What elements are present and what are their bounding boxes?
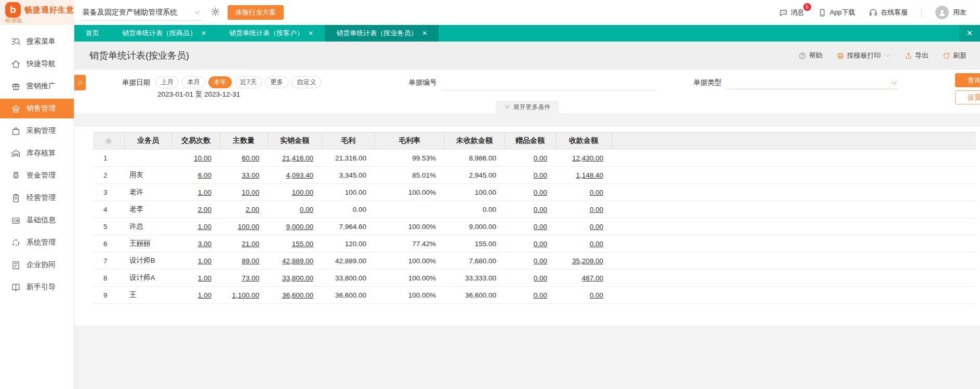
column-header[interactable]: 主数量	[220, 132, 268, 150]
drilldown-link[interactable]: 0.00	[300, 206, 313, 213]
drilldown-link[interactable]: 2.00	[246, 206, 259, 213]
column-header[interactable]: 业务员	[124, 132, 172, 150]
drilldown-link[interactable]: 1.00	[198, 291, 211, 299]
drilldown-link[interactable]: 0.00	[590, 206, 603, 213]
drilldown-link[interactable]: 100.00	[292, 189, 313, 196]
chevron-down-icon[interactable]	[885, 53, 891, 59]
drilldown-link[interactable]: 12,430.00	[572, 154, 603, 162]
cell-sales[interactable]: 4,093.40	[268, 167, 322, 184]
cell-trades[interactable]: 2.00	[172, 201, 220, 218]
cell-received[interactable]: 35,209.00	[555, 252, 612, 270]
sidebar-item-clipboard[interactable]: 经营管理	[0, 188, 74, 208]
user-menu[interactable]: 用友	[935, 6, 966, 19]
drilldown-link[interactable]: 33,800.00	[282, 274, 313, 282]
sidebar-item-search[interactable]: 搜索菜单	[0, 32, 74, 51]
online-support-button[interactable]: 在线客服	[869, 8, 908, 17]
drilldown-link[interactable]: 1.00	[198, 274, 211, 282]
drilldown-link[interactable]: 6.00	[198, 171, 211, 179]
drilldown-link[interactable]: 1.00	[198, 189, 211, 196]
sidebar-item-collab[interactable]: 企业协同	[0, 255, 74, 275]
sidebar-item-home[interactable]: 快捷导航	[0, 54, 74, 74]
cell-trades[interactable]: 1.00	[172, 252, 220, 270]
drilldown-link[interactable]: 0.00	[534, 240, 547, 248]
cell-trades[interactable]: 1.00	[172, 184, 220, 201]
cell-qty[interactable]: 2.00	[220, 201, 268, 218]
cell-sales[interactable]: 0.00	[268, 201, 322, 218]
cell-received[interactable]: 0.00	[555, 235, 612, 252]
date-range-value[interactable]: 2023-01-01 至 2023-12-31	[155, 90, 321, 99]
column-header[interactable]: 赠品金额	[505, 132, 555, 150]
sidebar-item-system[interactable]: 系统管理	[0, 233, 74, 252]
drilldown-link[interactable]: 9,000.00	[286, 223, 313, 231]
doc-type-select[interactable]	[726, 76, 898, 89]
print-by-template-button[interactable]: 按模板打印	[837, 51, 891, 60]
drilldown-link[interactable]: 42,889.00	[282, 257, 313, 265]
drilldown-link[interactable]: 0.00	[534, 274, 547, 282]
drilldown-link[interactable]: 1.00	[198, 257, 211, 265]
cell-gift[interactable]: 0.00	[505, 287, 555, 304]
cell-received[interactable]: 467.00	[555, 270, 612, 287]
tab-report-2[interactable]: 销货单统计表（按客户）✕	[218, 25, 325, 42]
cell-gift[interactable]: 0.00	[505, 252, 555, 270]
cell-gift[interactable]: 0.00	[505, 167, 555, 184]
cell-qty[interactable]: 73.00	[220, 270, 268, 287]
drilldown-link[interactable]: 0.00	[534, 171, 547, 179]
cell-sales[interactable]: 9,000.00	[268, 218, 322, 235]
drilldown-link[interactable]: 0.00	[590, 291, 603, 299]
drilldown-link[interactable]: 0.00	[590, 189, 603, 196]
drilldown-link[interactable]: 10.00	[194, 154, 211, 162]
tab-close-icon[interactable]: ✕	[422, 30, 427, 36]
cell-sales[interactable]: 42,889.00	[268, 252, 322, 270]
tab-home[interactable]: 首页	[74, 25, 111, 42]
sidebar-item-money[interactable]: 资金管理	[0, 166, 74, 185]
cell-sales[interactable]: 33,800.00	[268, 270, 322, 287]
drilldown-link[interactable]: 100.00	[238, 223, 259, 231]
help-button[interactable]: 帮助	[799, 51, 823, 60]
column-header[interactable]: 实销金额	[268, 132, 322, 150]
close-all-tabs-button[interactable]: ✕	[959, 25, 980, 42]
tab-report-3[interactable]: 销货单统计表（按业务员）✕	[325, 25, 439, 42]
drilldown-link[interactable]: 35,209.00	[572, 257, 603, 265]
cell-gift[interactable]: 0.00	[505, 150, 555, 167]
date-option-pill[interactable]: 更多	[265, 76, 288, 88]
cell-gift[interactable]: 0.00	[505, 201, 555, 218]
column-header[interactable]: 交易次数	[172, 132, 220, 150]
cell-trades[interactable]: 10.00	[172, 150, 220, 167]
expand-more-conditions-button[interactable]: 展开更多条件	[496, 101, 559, 113]
cell-sales[interactable]: 100.00	[268, 184, 322, 201]
date-option-pill[interactable]: 本年	[208, 76, 232, 88]
cell-qty[interactable]: 10.00	[220, 184, 268, 201]
drilldown-link[interactable]: 0.00	[590, 240, 603, 248]
date-option-pill[interactable]: 近7天	[235, 76, 262, 88]
query-button[interactable]: 查询	[955, 73, 980, 87]
cell-received[interactable]: 0.00	[555, 218, 612, 235]
sidebar-item-sale[interactable]: 销售管理	[0, 99, 74, 118]
drilldown-link[interactable]: 36,600.00	[282, 291, 313, 299]
cell-sales[interactable]: 36,600.00	[268, 287, 322, 304]
drilldown-link[interactable]: 73.00	[242, 274, 259, 282]
export-button[interactable]: 导出	[905, 51, 929, 60]
cell-received[interactable]: 1,148.40	[555, 167, 612, 184]
cell-qty[interactable]: 60.00	[220, 150, 268, 167]
drilldown-link[interactable]: 0.00	[534, 257, 547, 265]
collapse-filter-button[interactable]	[74, 75, 86, 90]
drilldown-link[interactable]: 1,148.40	[576, 171, 603, 179]
cell-trades[interactable]: 6.00	[172, 167, 220, 184]
sidebar-item-idcard[interactable]: 基础信息	[0, 210, 74, 230]
cell-gift[interactable]: 0.00	[505, 235, 555, 252]
cell-received[interactable]: 0.00	[555, 201, 612, 218]
column-settings-button[interactable]	[93, 132, 124, 150]
settings-gear-icon[interactable]	[210, 7, 220, 18]
cell-qty[interactable]: 21.00	[220, 235, 268, 252]
doc-no-input[interactable]	[442, 76, 657, 90]
cell-qty[interactable]: 100.00	[220, 218, 268, 235]
cell-trades[interactable]: 3.00	[172, 235, 220, 252]
cell-gift[interactable]: 0.00	[505, 270, 555, 287]
drilldown-link[interactable]: 10.00	[242, 189, 259, 196]
drilldown-link[interactable]: 0.00	[534, 223, 547, 231]
try-industry-solution-button[interactable]: 体验行业方案	[228, 5, 284, 20]
cell-trades[interactable]: 1.00	[172, 287, 220, 304]
drilldown-link[interactable]: 0.00	[534, 189, 547, 196]
tab-close-icon[interactable]: ✕	[308, 30, 313, 36]
settings-button[interactable]: 设置	[955, 90, 980, 104]
